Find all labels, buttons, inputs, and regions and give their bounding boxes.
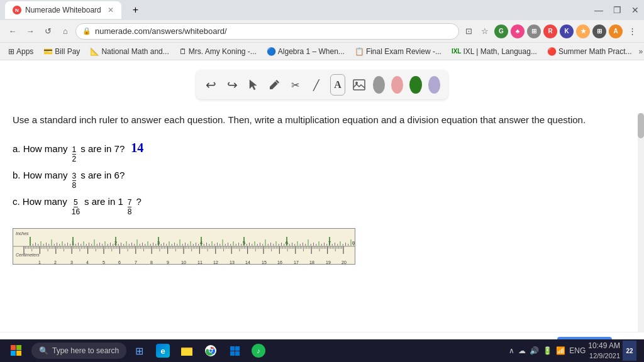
fraction-c-mixed: 7 8 (128, 199, 132, 216)
tab-title: Numerade Whiteboard (25, 6, 101, 14)
color-green[interactable] (409, 76, 421, 94)
chrome-icon (204, 344, 218, 358)
questions-section: a. How many 1 2 s are in 7? 14 b. How ma… (0, 134, 644, 222)
profile-icon-5[interactable]: K (560, 25, 574, 38)
forward-button[interactable]: → (23, 24, 38, 39)
fraction-b: 3 8 (72, 172, 77, 189)
image-icon (352, 78, 366, 92)
question-a-label: a. How many (13, 140, 68, 157)
search-icon: 🔍 (39, 346, 48, 355)
svg-rect-375 (235, 346, 240, 351)
billpay-icon: 💳 (43, 47, 53, 56)
eraser-tool-button[interactable]: ╱ (309, 74, 325, 96)
svg-text:7: 7 (135, 260, 137, 265)
svg-text:18: 18 (309, 260, 314, 265)
profile-icon-3[interactable]: ⊞ (527, 25, 541, 38)
profile-icon-4[interactable]: R (543, 25, 557, 38)
svg-rect-368 (16, 351, 21, 356)
taskbar-search[interactable]: 🔍 Type here to search (31, 343, 126, 359)
tab-close-icon[interactable]: ✕ (108, 6, 114, 14)
bookmark-natmath[interactable]: 📐 National Math and... (87, 46, 172, 57)
bookmark-algebra[interactable]: 🔵 Algebra 1 – When... (264, 46, 348, 57)
pen-tool-button[interactable] (267, 74, 282, 96)
svg-text:Inches: Inches (16, 231, 29, 236)
language-icon: ENG (569, 346, 586, 355)
question-b: b. How many 3 8 s are in 6? (13, 167, 631, 189)
svg-rect-376 (230, 351, 235, 356)
svg-text:13: 13 (230, 260, 235, 265)
taskbar-edge[interactable]: e (152, 339, 174, 362)
windows-security-icon (228, 344, 242, 358)
window-minimize-icon[interactable]: — (594, 5, 603, 15)
svg-marker-0 (250, 80, 257, 90)
new-tab-button[interactable]: + (126, 1, 145, 19)
svg-text:9: 9 (167, 260, 169, 265)
svg-text:4: 4 (86, 260, 89, 265)
profile-icon-7[interactable]: ⊞ (592, 25, 606, 38)
taskbar-explorer[interactable] (175, 339, 198, 362)
instruction-text: Use a standard inch ruler to answer each… (0, 107, 644, 134)
amykoving-icon: 🗒 (179, 47, 187, 56)
browser-tab[interactable]: N Numerade Whiteboard ✕ (5, 1, 121, 19)
question-c-end: ? (136, 193, 141, 210)
svg-rect-377 (235, 351, 240, 356)
redo-button[interactable]: ↪ (225, 74, 240, 96)
start-button[interactable] (3, 339, 30, 362)
scrollbar[interactable] (638, 113, 644, 354)
svg-text:16: 16 (277, 260, 282, 265)
reload-button[interactable]: ↺ (40, 24, 55, 39)
whiteboard-toolbar: ↩ ↪ ✂ ╱ A (196, 70, 448, 99)
extensions-icon[interactable]: ⋮ (625, 25, 639, 38)
color-gray[interactable] (373, 76, 385, 94)
shapes-tool-button[interactable]: ✂ (288, 74, 303, 96)
taskbar-windows-security[interactable] (223, 339, 246, 362)
home-button[interactable]: ⌂ (58, 24, 73, 39)
url-text: numerade.com/answers/whiteboard/ (95, 26, 227, 36)
bookmark-billpay[interactable]: 💳 Bill Pay (40, 46, 83, 57)
window-restore-icon[interactable]: ❐ (613, 5, 621, 15)
address-bar[interactable]: 🔒 numerade.com/answers/whiteboard/ (75, 23, 459, 40)
profile-circle-main[interactable]: A (609, 25, 623, 38)
taskbar-clock[interactable]: 10:49 AM 12/9/2021 (588, 341, 620, 360)
task-view-button[interactable]: ⊞ (128, 339, 150, 362)
svg-text:14: 14 (245, 260, 250, 265)
ixl-icon: IXL (452, 48, 462, 55)
bookmark-ixl[interactable]: IXL IXL | Math, Languag... (448, 46, 540, 57)
taskbar-system-icons: ∧ ☁ 🔊 🔋 📶 ENG (509, 346, 586, 355)
svg-text:1: 1 (38, 260, 41, 265)
taskbar-chrome[interactable] (199, 339, 222, 362)
svg-text:12: 12 (213, 260, 218, 265)
notification-badge[interactable]: 22 (623, 341, 636, 361)
image-tool-button[interactable] (352, 74, 367, 96)
color-pink[interactable] (391, 76, 403, 94)
svg-rect-365 (11, 345, 16, 350)
profile-icon-2[interactable]: ♣ (511, 25, 525, 38)
taskbar-spotify[interactable]: ♪ (247, 339, 270, 362)
cast-icon[interactable]: ⊡ (462, 25, 475, 38)
color-purple[interactable] (428, 76, 440, 94)
bookmark-finalexam[interactable]: 📋 Final Exam Review -... (352, 46, 445, 57)
natmath-icon: 📐 (90, 47, 99, 56)
profile-icon-1[interactable]: G (494, 25, 508, 38)
network-icon: ☁ (518, 346, 526, 355)
svg-text:10: 10 (181, 260, 186, 265)
text-tool-button[interactable]: A (330, 74, 345, 96)
bookmark-amykoving[interactable]: 🗒 Mrs. Amy Koning -... (176, 46, 260, 57)
windows-logo-icon (11, 345, 22, 356)
back-button[interactable]: ← (5, 24, 20, 39)
chevron-up-icon[interactable]: ∧ (509, 346, 514, 355)
select-tool-button[interactable] (246, 74, 261, 96)
star-icon[interactable]: ☆ (478, 25, 492, 38)
profile-icon-6[interactable]: ★ (576, 25, 590, 38)
more-bookmarks[interactable]: » (639, 47, 643, 56)
bookmark-apps[interactable]: ⊞ Apps (5, 46, 36, 57)
svg-rect-374 (230, 346, 235, 351)
ruler-svg: Inches Centimeters 1 2 3 4 5 6 7 8 1 2 3… (13, 228, 355, 265)
question-b-label: b. How many (13, 167, 68, 184)
scrollbar-thumb[interactable] (638, 113, 644, 138)
window-close-icon[interactable]: ✕ (631, 5, 639, 15)
bookmark-summermath[interactable]: 🔴 Summer Math Pract... (544, 46, 635, 57)
svg-rect-370 (181, 349, 192, 356)
fraction-a: 1 2 (72, 146, 77, 163)
undo-button[interactable]: ↩ (204, 74, 219, 96)
